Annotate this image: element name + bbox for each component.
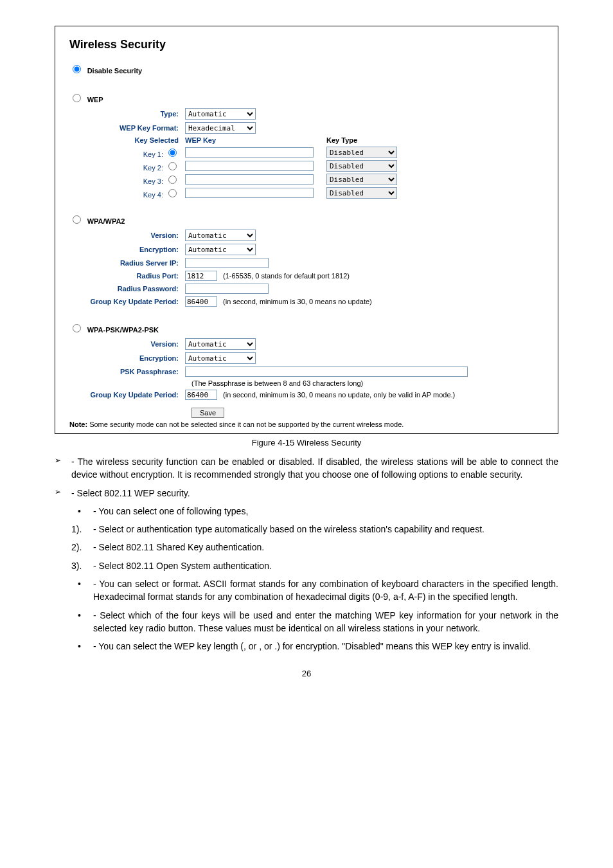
panel-note: Note: Some security mode can not be sele… xyxy=(69,420,544,428)
wep-key-row: Key 1: Disabled xyxy=(69,147,544,158)
wep-key-label: Key 1: xyxy=(143,150,163,158)
wep-key1-radio[interactable] xyxy=(168,149,177,157)
wep-key1-input[interactable] xyxy=(185,147,314,158)
wpa-radio[interactable] xyxy=(73,215,81,224)
wep-format-label: WEP Key Format: xyxy=(69,124,185,132)
panel-title: Wireless Security xyxy=(69,38,544,51)
psk-encryption-select[interactable]: Automatic xyxy=(185,352,256,364)
wep-label: WEP xyxy=(87,96,103,104)
wep-key-row: Key 4: Disabled xyxy=(69,187,544,199)
doc-bullet: - Select which of the four keys will be … xyxy=(55,609,558,635)
doc-numbered: 3). - Select 802.11 Open System authenti… xyxy=(55,559,558,572)
doc-numbered: 1). - Select or authentication type auto… xyxy=(55,523,558,536)
psk-passphrase-input[interactable] xyxy=(185,366,468,377)
wpa-encryption-label: Encryption: xyxy=(69,246,185,253)
wep-radio[interactable] xyxy=(73,94,81,102)
doc-numbered: 2). - Select 802.11 Shared Key authentic… xyxy=(55,541,558,554)
doc-paragraph: - Select 802.11 WEP security. xyxy=(55,487,558,500)
psk-version-select[interactable]: Automatic xyxy=(185,338,256,350)
doc-bullet: - You can select or format. ASCII format… xyxy=(55,577,558,604)
wep-key-label: Key 2: xyxy=(143,164,163,172)
document-body: - The wireless security function can be … xyxy=(55,455,558,653)
disable-security-option[interactable]: Disable Security xyxy=(69,63,544,75)
wep-key4-radio[interactable] xyxy=(168,189,177,197)
psk-version-label: Version: xyxy=(69,340,185,348)
radius-password-input[interactable] xyxy=(185,284,269,294)
wpa-version-label: Version: xyxy=(69,231,185,239)
psk-passphrase-label: PSK Passphrase: xyxy=(69,368,185,375)
wep-key3-input[interactable] xyxy=(185,174,314,185)
doc-bullet: - You can select one of following types, xyxy=(55,505,558,518)
psk-label: WPA-PSK/WPA2-PSK xyxy=(87,326,159,334)
wpa-gkup-hint: (in second, minimum is 30, 0 means no up… xyxy=(223,298,372,305)
radius-server-ip-label: Radius Server IP: xyxy=(69,259,185,267)
wpa-option[interactable]: WPA/WPA2 xyxy=(69,213,544,226)
doc-paragraph: - The wireless security function can be … xyxy=(55,455,558,482)
wep-key-label: Key 3: xyxy=(143,177,163,185)
disable-security-label: Disable Security xyxy=(87,67,143,75)
psk-option[interactable]: WPA-PSK/WPA2-PSK xyxy=(69,322,544,334)
figure-caption: Figure 4-15 Wireless Security xyxy=(55,438,558,448)
wireless-security-panel: Wireless Security Disable Security WEP T… xyxy=(55,26,558,434)
disable-security-radio[interactable] xyxy=(73,65,81,73)
wpa-version-select[interactable]: Automatic xyxy=(185,230,256,241)
wep-key2-type-select[interactable]: Disabled xyxy=(326,160,397,172)
psk-gkup-label: Group Key Update Period: xyxy=(69,391,185,399)
save-button[interactable]: Save xyxy=(191,408,224,418)
key-selected-header: Key Selected xyxy=(69,136,185,144)
wep-key-label: Key 4: xyxy=(143,191,163,199)
page-number: 26 xyxy=(55,669,558,678)
wpa-gkup-label: Group Key Update Period: xyxy=(69,298,185,305)
wep-key-row: Key 3: Disabled xyxy=(69,174,544,185)
wep-key2-radio[interactable] xyxy=(168,162,177,170)
wep-key4-type-select[interactable]: Disabled xyxy=(326,187,397,199)
wep-option[interactable]: WEP xyxy=(69,92,544,104)
wep-key-header: WEP Key xyxy=(185,136,326,144)
psk-passphrase-hint: (The Passphrase is between 8 and 63 char… xyxy=(69,379,544,387)
doc-bullet: - You can select the WEP key length (, o… xyxy=(55,640,558,653)
wep-key3-radio[interactable] xyxy=(168,176,177,184)
wep-key4-input[interactable] xyxy=(185,188,314,198)
radius-password-label: Radius Password: xyxy=(69,285,185,293)
wep-format-select[interactable]: Hexadecimal xyxy=(185,122,256,134)
wep-key-grid: Key Selected WEP Key Key Type Key 1: Dis… xyxy=(69,136,544,199)
radius-port-label: Radius Port: xyxy=(69,272,185,280)
wpa-label: WPA/WPA2 xyxy=(87,217,125,225)
wep-type-label: Type: xyxy=(69,110,185,118)
wep-key1-type-select[interactable]: Disabled xyxy=(326,147,397,158)
key-type-header: Key Type xyxy=(326,136,357,144)
wpa-encryption-select[interactable]: Automatic xyxy=(185,244,256,255)
wep-type-select[interactable]: Automatic xyxy=(185,108,256,120)
psk-gkup-input[interactable] xyxy=(185,390,217,400)
radius-port-input[interactable] xyxy=(185,271,217,281)
wep-key2-input[interactable] xyxy=(185,161,314,171)
psk-radio[interactable] xyxy=(73,324,81,332)
psk-encryption-label: Encryption: xyxy=(69,354,185,362)
radius-server-ip-input[interactable] xyxy=(185,258,269,268)
psk-gkup-hint: (in second, minimum is 30, 0 means no up… xyxy=(223,391,455,399)
wep-key-row: Key 2: Disabled xyxy=(69,160,544,172)
wpa-gkup-input[interactable] xyxy=(185,296,217,307)
radius-port-hint: (1-65535, 0 stands for default port 1812… xyxy=(223,272,350,280)
wep-key3-type-select[interactable]: Disabled xyxy=(326,174,397,185)
